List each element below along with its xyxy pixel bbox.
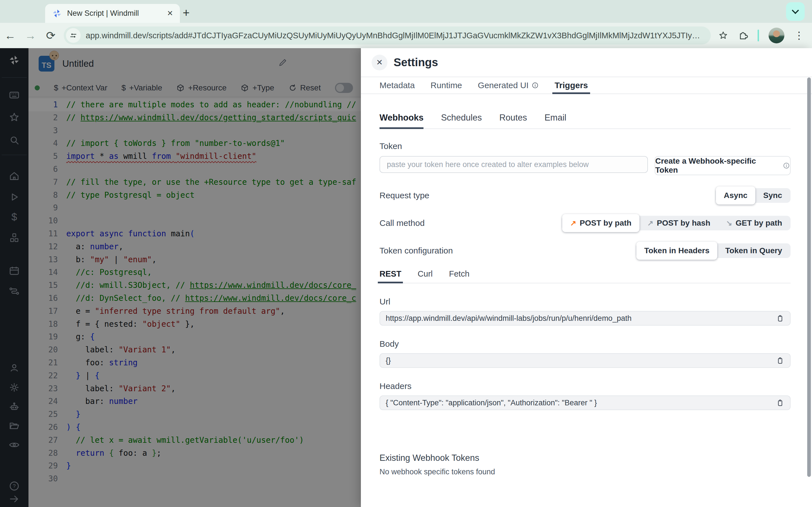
token-label: Token [379,142,791,151]
triggers-panel: Webhooks Schedules Routes Email Token Cr… [361,113,812,507]
tab-metadata[interactable]: Metadata [379,77,415,94]
subtab-schedules[interactable]: Schedules [441,113,482,128]
tab-title: New Script | Windmill [67,9,162,18]
example-tabs: REST Curl Fetch [379,269,791,283]
new-tab-button[interactable]: + [183,6,190,20]
chevron-down-icon [792,7,799,14]
windmill-favicon [52,8,62,18]
toolbar-right: ⋮ [718,27,812,43]
token-config-toggle: Token in Headers Token in Query [636,243,791,258]
drawer-scrollbar[interactable] [807,77,811,477]
tab-close-icon[interactable]: ✕ [167,9,173,18]
tab-runtime[interactable]: Runtime [430,77,462,94]
profile-avatar[interactable] [769,27,784,43]
option-post-by-hash[interactable]: ↗POST by hash [640,216,718,230]
back-button[interactable]: ← [0,29,20,42]
info-icon [531,82,539,89]
request-type-label: Request type [379,191,429,200]
browser-menu-icon[interactable]: ⋮ [794,30,804,41]
request-type-toggle: Async Sync [715,188,791,203]
arrow-down-right-icon: ↘ [726,219,732,228]
extensions-icon[interactable] [738,31,748,41]
create-webhook-token-button[interactable]: Create a Webhook-specific Token [655,156,791,175]
close-icon[interactable]: ✕ [371,55,388,70]
option-token-in-headers[interactable]: Token in Headers [637,242,717,260]
screen: New Script | Windmill ✕ + ← → ⟳ app.wind… [0,0,812,507]
settings-drawer: ✕ Settings Metadata Runtime Generated UI… [361,48,812,507]
browser-tab[interactable]: New Script | Windmill ✕ [45,4,180,23]
copy-icon[interactable] [776,314,784,323]
url-text: app.windmill.dev/scripts/add#JTdCJTIyaGF… [86,31,700,40]
token-configuration-label: Token configuration [379,246,453,256]
option-sync[interactable]: Sync [755,188,790,203]
tab-search-button[interactable] [786,2,805,21]
drawer-header: ✕ Settings [361,48,812,76]
subtab-routes[interactable]: Routes [499,113,527,128]
reload-button[interactable]: ⟳ [41,29,61,42]
tab-curl[interactable]: Curl [417,269,433,283]
tab-generated-ui[interactable]: Generated UI [478,77,539,94]
token-input[interactable] [379,156,648,173]
copy-icon[interactable] [776,399,784,407]
body-label: Body [379,339,791,349]
trigger-subtabs: Webhooks Schedules Routes Email [379,113,791,129]
option-post-by-path[interactable]: ↗POST by path [562,214,639,232]
option-token-in-query[interactable]: Token in Query [717,243,790,258]
subtab-email[interactable]: Email [545,113,566,128]
url-bar[interactable]: app.windmill.dev/scripts/add#JTdCJTIyaGF… [64,26,711,45]
arrow-up-right-icon: ↗ [570,219,576,228]
tab-triggers[interactable]: Triggers [555,77,588,94]
option-async[interactable]: Async [716,186,755,205]
site-settings-icon[interactable] [66,28,81,43]
browser-tab-strip: New Script | Windmill ✕ + [0,0,812,23]
body-field[interactable]: {} [379,353,791,368]
forward-button[interactable]: → [20,29,41,42]
tab-fetch[interactable]: Fetch [449,269,470,283]
option-get-by-path[interactable]: ↘GET by path [718,216,790,230]
headers-label: Headers [379,381,791,391]
copy-icon[interactable] [776,356,784,365]
call-method-label: Call method [379,218,424,228]
existing-tokens-title: Existing Webhook Tokens [379,453,791,463]
url-label: Url [379,297,791,306]
url-field[interactable]: https://app.windmill.dev/api/w/windmill-… [379,311,791,326]
drawer-title: Settings [394,56,438,69]
tab-rest[interactable]: REST [379,269,401,283]
headers-field[interactable]: { "Content-Type": "application/json", "A… [379,395,791,410]
bookmark-star-icon[interactable] [718,31,728,41]
profile-separator [758,30,759,41]
call-method-toggle: ↗POST by path ↗POST by hash ↘GET by path [562,216,791,230]
browser-toolbar: ← → ⟳ app.windmill.dev/scripts/add#JTdCJ… [0,23,812,48]
settings-tabs: Metadata Runtime Generated UI Triggers [361,76,812,94]
info-icon [783,162,790,169]
existing-tokens-empty: No webhook specific tokens found [379,467,791,476]
subtab-webhooks[interactable]: Webhooks [379,113,423,128]
arrow-up-right-icon: ↗ [647,219,654,228]
